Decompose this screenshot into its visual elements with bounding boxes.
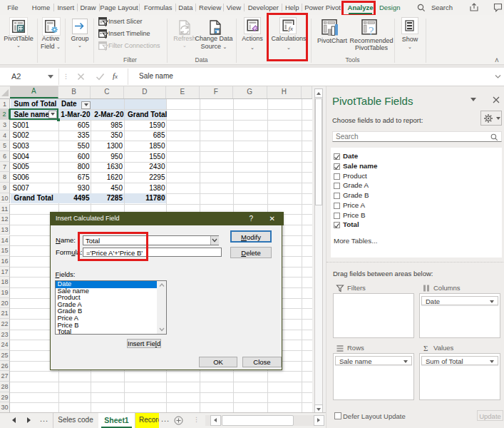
svg-text:Σ: Σ [423, 344, 428, 352]
svg-text:?: ? [369, 24, 374, 36]
